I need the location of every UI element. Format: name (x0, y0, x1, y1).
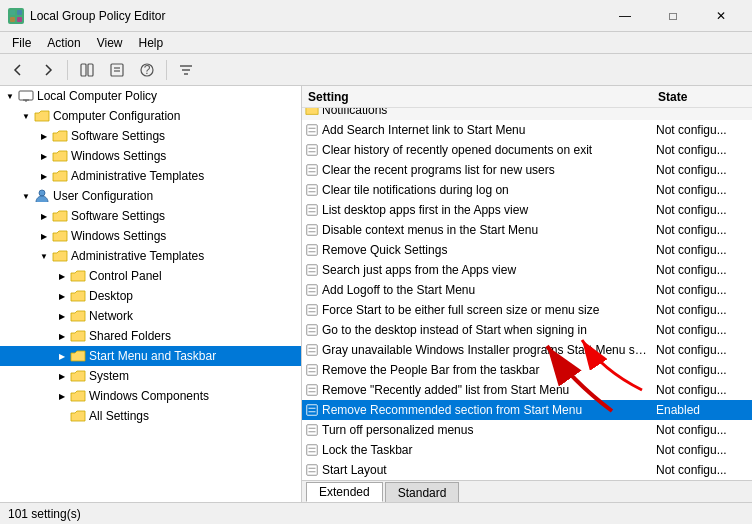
tree-admin-templates-2[interactable]: ▼ Administrative Templates (0, 246, 301, 266)
list-desktop-label: List desktop apps first in the Apps view (322, 203, 652, 217)
disable-context-state: Not configu... (652, 223, 752, 237)
menu-file[interactable]: File (4, 32, 39, 53)
folder-small-icon (302, 108, 322, 120)
start-layout-label: Start Layout (322, 463, 652, 477)
tab-extended[interactable]: Extended (306, 482, 383, 502)
control-panel-label: Control Panel (89, 269, 162, 283)
tree-win-settings-2[interactable]: ▶ Windows Settings (0, 226, 301, 246)
tree-desktop[interactable]: ▶ Desktop (0, 286, 301, 306)
list-item[interactable]: Clear tile notifications during log on N… (302, 180, 752, 200)
tree-win-settings-1[interactable]: ▶ Windows Settings (0, 146, 301, 166)
folder-icon-all (70, 408, 86, 424)
list-desktop-state: Not configu... (652, 203, 752, 217)
list-item[interactable]: Remove "Recently added" list from Start … (302, 380, 752, 400)
tree-sw-settings-1[interactable]: ▶ Software Settings (0, 126, 301, 146)
setting-icon (302, 320, 322, 340)
folder-icon-win-1 (52, 148, 68, 164)
expander-start: ▶ (54, 348, 70, 364)
expander-sw-1: ▶ (36, 128, 52, 144)
svg-rect-24 (307, 185, 318, 196)
filter-button[interactable] (172, 57, 200, 83)
svg-rect-0 (10, 10, 15, 15)
win-settings-1-label: Windows Settings (71, 149, 166, 163)
add-search-label: Add Search Internet link to Start Menu (322, 123, 652, 137)
toolbar: ? (0, 54, 752, 86)
tree-root[interactable]: ▼ Local Computer Policy (0, 86, 301, 106)
svg-rect-45 (307, 325, 318, 336)
list-item[interactable]: Add Search Internet link to Start Menu N… (302, 120, 752, 140)
tree-computer-config[interactable]: ▼ Computer Configuration (0, 106, 301, 126)
toolbar-separator-2 (166, 60, 167, 80)
setting-icon (302, 180, 322, 200)
list-item[interactable]: Clear history of recently opened documen… (302, 140, 752, 160)
user-config-label: User Configuration (53, 189, 153, 203)
tree-sw-settings-2[interactable]: ▶ Software Settings (0, 206, 301, 226)
setting-icon (302, 120, 322, 140)
tree-admin-templates-1[interactable]: ▶ Administrative Templates (0, 166, 301, 186)
expander-user-config: ▼ (18, 188, 34, 204)
list-item[interactable]: Start Layout Not configu... (302, 460, 752, 480)
list-item[interactable]: Remove Quick Settings Not configu... (302, 240, 752, 260)
list-item[interactable]: Go to the desktop instead of Start when … (302, 320, 752, 340)
tree-shared-folders[interactable]: ▶ Shared Folders (0, 326, 301, 346)
folder-icon-shared (70, 328, 86, 344)
tree-control-panel[interactable]: ▶ Control Panel (0, 266, 301, 286)
list-item[interactable]: Search just apps from the Apps view Not … (302, 260, 752, 280)
remove-recently-state: Not configu... (652, 383, 752, 397)
list-item[interactable]: Turn off personalized menus Not configu.… (302, 420, 752, 440)
tree-all-settings[interactable]: ▶ All Settings (0, 406, 301, 426)
folder-icon-win-2 (52, 228, 68, 244)
list-item-selected[interactable]: Remove Recommended section from Start Me… (302, 400, 752, 420)
tree-start-menu[interactable]: ▶ Start Menu and Taskbar (0, 346, 301, 366)
list-item[interactable]: Force Start to be either full screen siz… (302, 300, 752, 320)
menu-help[interactable]: Help (131, 32, 172, 53)
list-item[interactable]: Remove the People Bar from the taskbar N… (302, 360, 752, 380)
expander-control: ▶ (54, 268, 70, 284)
tree-windows-components[interactable]: ▶ Windows Components (0, 386, 301, 406)
properties-button[interactable] (103, 57, 131, 83)
back-button[interactable] (4, 57, 32, 83)
turn-off-pers-state: Not configu... (652, 423, 752, 437)
show-hide-button[interactable] (73, 57, 101, 83)
folder-icon-computer-config (34, 108, 50, 124)
setting-icon (302, 200, 322, 220)
tree-network[interactable]: ▶ Network (0, 306, 301, 326)
go-desktop-state: Not configu... (652, 323, 752, 337)
remove-people-state: Not configu... (652, 363, 752, 377)
tree-user-config[interactable]: ▼ User Configuration (0, 186, 301, 206)
menu-view[interactable]: View (89, 32, 131, 53)
disable-context-label: Disable context menus in the Start Menu (322, 223, 652, 237)
force-start-label: Force Start to be either full screen siz… (322, 303, 652, 317)
expander-win-comp: ▶ (54, 388, 70, 404)
folder-icon-admin-1 (52, 168, 68, 184)
svg-rect-3 (17, 17, 22, 22)
expander-desktop: ▶ (54, 288, 70, 304)
help-button[interactable]: ? (133, 57, 161, 83)
tab-standard[interactable]: Standard (385, 482, 460, 502)
computer-icon (18, 88, 34, 104)
root-label: Local Computer Policy (37, 89, 157, 103)
col-state-header: State (652, 88, 752, 106)
sw-settings-1-label: Software Settings (71, 129, 165, 143)
svg-rect-60 (307, 425, 318, 436)
expander-admin-2: ▼ (36, 248, 52, 264)
minimize-button[interactable]: — (602, 0, 648, 32)
svg-rect-51 (307, 365, 318, 376)
menu-action[interactable]: Action (39, 32, 88, 53)
list-item[interactable]: Gray unavailable Windows Installer progr… (302, 340, 752, 360)
statusbar: 101 setting(s) (0, 502, 752, 524)
maximize-button[interactable]: □ (650, 0, 696, 32)
list-item[interactable]: Add Logoff to the Start Menu Not configu… (302, 280, 752, 300)
forward-button[interactable] (34, 57, 62, 83)
folder-icon-desktop (70, 288, 86, 304)
list-item[interactable]: List desktop apps first in the Apps view… (302, 200, 752, 220)
list-item[interactable]: Disable context menus in the Start Menu … (302, 220, 752, 240)
close-button[interactable]: ✕ (698, 0, 744, 32)
setting-icon (302, 340, 322, 360)
setting-icon (302, 360, 322, 380)
list-item[interactable]: Clear the recent programs list for new u… (302, 160, 752, 180)
svg-rect-57 (307, 405, 318, 416)
svg-rect-15 (307, 125, 318, 136)
tree-system[interactable]: ▶ System (0, 366, 301, 386)
list-item[interactable]: Lock the Taskbar Not configu... (302, 440, 752, 460)
